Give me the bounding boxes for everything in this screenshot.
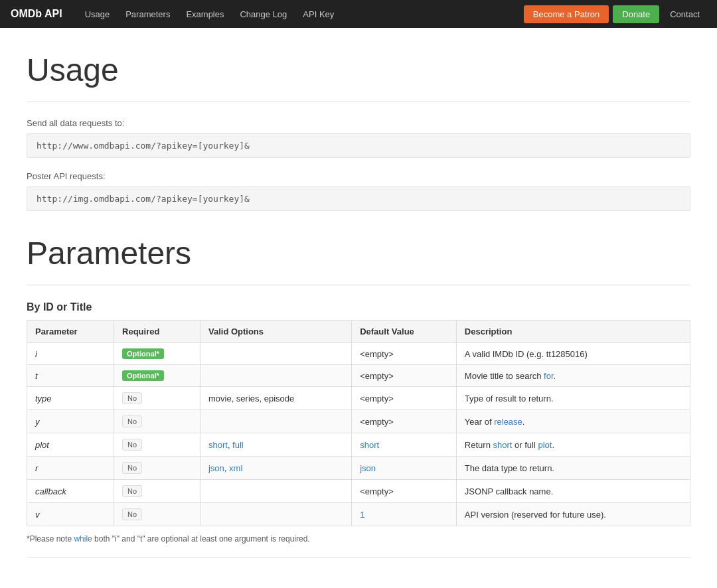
- poster-label: Poster API requests:: [27, 171, 690, 181]
- desc-link[interactable]: for: [544, 371, 553, 381]
- cell-default-value: <empty>: [352, 410, 457, 433]
- nav-link-apikey[interactable]: API Key: [296, 7, 341, 22]
- cell-default-value: 1: [352, 503, 457, 526]
- badge-no: No: [122, 462, 142, 474]
- default-value-link[interactable]: json: [360, 463, 376, 473]
- badge-no: No: [122, 485, 142, 497]
- parameters-table: Parameter Required Valid Options Default…: [27, 320, 690, 526]
- desc-link[interactable]: plot: [538, 440, 552, 450]
- nav-brand: OMDb API: [11, 8, 62, 20]
- cell-description: JSONP callback name.: [456, 480, 690, 503]
- parameters-divider: [27, 285, 690, 285]
- default-value-link[interactable]: short: [360, 440, 379, 450]
- contact-button[interactable]: Contact: [663, 5, 706, 23]
- cell-required: No: [114, 433, 200, 457]
- nav-link-examples[interactable]: Examples: [179, 7, 230, 22]
- table-row: rNojson, xmljsonThe data type to return.: [27, 457, 690, 480]
- footer-divider: [27, 557, 690, 557]
- cell-description: Movie title to search for.: [456, 365, 690, 387]
- valid-option-link[interactable]: xml: [229, 463, 242, 473]
- nav-link-usage[interactable]: Usage: [78, 7, 117, 22]
- cell-param: r: [27, 457, 114, 480]
- main-content: Usage Send all data requests to: http://…: [13, 52, 704, 584]
- cell-required: No: [114, 503, 200, 526]
- cell-description: The data type to return.: [456, 457, 690, 480]
- cell-param: i: [27, 343, 114, 365]
- usage-title: Usage: [27, 52, 690, 94]
- table-row: iOptional*<empty>A valid IMDb ID (e.g. t…: [27, 343, 690, 365]
- cell-default-value: <empty>: [352, 365, 457, 387]
- cell-default-value: <empty>: [352, 387, 457, 410]
- cell-param: v: [27, 503, 114, 526]
- valid-option-link[interactable]: full: [232, 440, 244, 450]
- cell-description: API version (reserved for future use).: [456, 503, 690, 526]
- cell-valid-options: short, full: [200, 433, 351, 457]
- poster-url-box: http://img.omdbapi.com/?apikey=[yourkey]…: [27, 186, 690, 211]
- valid-option-link[interactable]: short: [208, 440, 228, 450]
- table-row: plotNoshort, fullshortReturn short or fu…: [27, 433, 690, 457]
- cell-valid-options: [200, 410, 351, 433]
- table-row: tOptional*<empty>Movie title to search f…: [27, 365, 690, 387]
- badge-no: No: [122, 439, 142, 451]
- cell-required: No: [114, 480, 200, 503]
- nav-links: Usage Parameters Examples Change Log API…: [78, 7, 524, 22]
- table-row: callbackNo<empty>JSONP callback name.: [27, 480, 690, 503]
- become-patron-button[interactable]: Become a Patron: [524, 5, 609, 23]
- cell-description: Return short or full plot.: [456, 433, 690, 457]
- badge-optional: Optional*: [122, 370, 164, 381]
- send-label: Send all data requests to:: [27, 118, 690, 128]
- cell-required: No: [114, 457, 200, 480]
- cell-valid-options: [200, 343, 351, 365]
- badge-optional: Optional*: [122, 348, 164, 359]
- cell-valid-options: json, xml: [200, 457, 351, 480]
- cell-default-value: <empty>: [352, 343, 457, 365]
- badge-no: No: [122, 392, 142, 404]
- table-row: typeNomovie, series, episode<empty>Type …: [27, 387, 690, 410]
- cell-required: Optional*: [114, 365, 200, 387]
- cell-param: y: [27, 410, 114, 433]
- parameters-title: Parameters: [27, 235, 690, 277]
- col-required: Required: [114, 321, 200, 343]
- nav-actions: Become a Patron Donate Contact: [524, 5, 706, 23]
- col-parameter: Parameter: [27, 321, 114, 343]
- usage-divider: [27, 102, 690, 102]
- cell-valid-options: [200, 480, 351, 503]
- donate-button[interactable]: Donate: [613, 5, 659, 23]
- badge-no: No: [122, 415, 142, 427]
- table-header-row: Parameter Required Valid Options Default…: [27, 321, 690, 343]
- cell-default-value: short: [352, 433, 457, 457]
- nav-link-parameters[interactable]: Parameters: [119, 7, 177, 22]
- cell-description: Year of release.: [456, 410, 690, 433]
- desc-link[interactable]: short: [493, 440, 512, 450]
- cell-default-value: <empty>: [352, 480, 457, 503]
- cell-default-value: json: [352, 457, 457, 480]
- col-default-value: Default Value: [352, 321, 457, 343]
- cell-param: callback: [27, 480, 114, 503]
- cell-required: Optional*: [114, 343, 200, 365]
- cell-valid-options: movie, series, episode: [200, 387, 351, 410]
- default-value-link[interactable]: 1: [360, 510, 364, 520]
- cell-required: No: [114, 410, 200, 433]
- col-description: Description: [456, 321, 690, 343]
- cell-param: plot: [27, 433, 114, 457]
- table-row: vNo1API version (reserved for future use…: [27, 503, 690, 526]
- cell-param: t: [27, 365, 114, 387]
- valid-option-link[interactable]: json: [208, 463, 224, 473]
- note-text: *Please note while both "i" and "t" are …: [27, 534, 690, 544]
- cell-description: Type of result to return.: [456, 387, 690, 410]
- cell-valid-options: [200, 503, 351, 526]
- desc-link[interactable]: release: [494, 417, 522, 427]
- badge-no: No: [122, 508, 142, 520]
- send-url-box: http://www.omdbapi.com/?apikey=[yourkey]…: [27, 133, 690, 158]
- navbar: OMDb API Usage Parameters Examples Chang…: [0, 0, 717, 28]
- table-row: yNo<empty>Year of release.: [27, 410, 690, 433]
- cell-valid-options: [200, 365, 351, 387]
- note-highlight: while: [74, 534, 92, 544]
- cell-required: No: [114, 387, 200, 410]
- col-valid-options: Valid Options: [200, 321, 351, 343]
- cell-param: type: [27, 387, 114, 410]
- cell-description: A valid IMDb ID (e.g. tt1285016): [456, 343, 690, 365]
- subsection-title: By ID or Title: [27, 301, 690, 313]
- nav-link-changelog[interactable]: Change Log: [233, 7, 293, 22]
